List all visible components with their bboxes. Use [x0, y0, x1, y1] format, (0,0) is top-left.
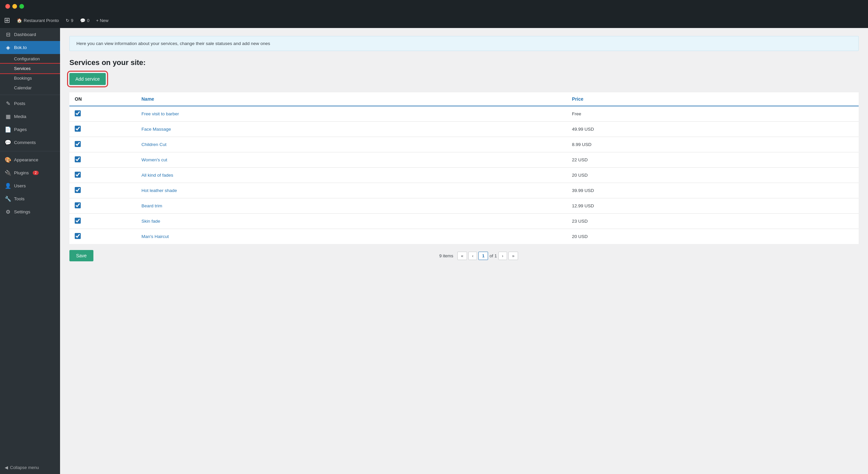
table-cell-on	[69, 183, 136, 198]
maximize-button[interactable]	[19, 4, 24, 9]
table-cell-price: 12.99 USD	[567, 198, 859, 214]
table-row: Children Cut8.99 USD	[69, 137, 859, 153]
sidebar-item-users[interactable]: 👤 Users	[0, 179, 60, 192]
sidebar-divider-2	[0, 151, 60, 151]
sidebar-label-services: Services	[14, 66, 31, 71]
table-cell-name: Skin fade	[136, 214, 567, 229]
sidebar-item-posts[interactable]: ✎ Posts	[0, 97, 60, 110]
service-checkbox-4[interactable]	[75, 172, 81, 178]
table-row: Face Massage49.99 USD	[69, 122, 859, 137]
comments-icon: 💬	[80, 18, 85, 23]
sidebar-label-pages: Pages	[14, 127, 27, 132]
adminbar-comments[interactable]: 💬 0	[80, 18, 89, 23]
adminbar-updates[interactable]: ↻ 9	[66, 18, 73, 23]
main-layout: ⊟ Dashboard ◈ Bok.to Configuration Servi…	[0, 28, 868, 474]
pagination-first-button[interactable]: «	[457, 252, 467, 260]
table-cell-name: Children Cut	[136, 137, 567, 153]
table-cell-on	[69, 214, 136, 229]
service-checkbox-6[interactable]	[75, 202, 81, 208]
table-cell-on	[69, 168, 136, 183]
sidebar-label-tools: Tools	[14, 196, 25, 201]
close-button[interactable]	[5, 4, 10, 9]
table-cell-on	[69, 229, 136, 244]
table-row: Skin fade23 USD	[69, 214, 859, 229]
sidebar-item-tools[interactable]: 🔧 Tools	[0, 192, 60, 205]
table-cell-on	[69, 137, 136, 153]
table-cell-price: 20 USD	[567, 168, 859, 183]
col-header-price: Price	[567, 92, 859, 106]
table-cell-price: 23 USD	[567, 214, 859, 229]
sidebar-label-posts: Posts	[14, 101, 25, 106]
service-checkbox-7[interactable]	[75, 218, 81, 224]
collapse-label: Collapse menu	[10, 465, 39, 470]
admin-bar: ⊞ 🏠 Restaurant Pronto ↻ 9 💬 0 + New	[0, 13, 868, 28]
sidebar-label-settings: Settings	[14, 209, 30, 214]
table-cell-on	[69, 122, 136, 137]
service-checkbox-2[interactable]	[75, 141, 81, 147]
home-icon: 🏠	[17, 18, 22, 23]
service-checkbox-0[interactable]	[75, 110, 81, 116]
pages-icon: 📄	[5, 126, 11, 133]
table-cell-price: 22 USD	[567, 153, 859, 168]
add-service-button[interactable]: Add service	[69, 73, 106, 85]
table-cell-price: 49.99 USD	[567, 122, 859, 137]
collapse-icon: ◀	[5, 465, 8, 470]
table-cell-on	[69, 106, 136, 122]
table-cell-name: Women's cut	[136, 153, 567, 168]
table-cell-on	[69, 153, 136, 168]
media-icon: ▦	[5, 113, 11, 120]
sidebar-item-settings[interactable]: ⚙ Settings	[0, 205, 60, 218]
sidebar-item-media[interactable]: ▦ Media	[0, 110, 60, 123]
posts-icon: ✎	[5, 100, 11, 107]
updates-icon: ↻	[66, 18, 69, 23]
table-footer: Save 9 items « ‹ 1 of 1 › »	[69, 250, 859, 261]
pagination-next-button[interactable]: ›	[498, 252, 507, 260]
sidebar-item-dashboard[interactable]: ⊟ Dashboard	[0, 28, 60, 41]
table-row: All kind of fades20 USD	[69, 168, 859, 183]
service-checkbox-3[interactable]	[75, 156, 81, 162]
adminbar-site[interactable]: 🏠 Restaurant Pronto	[17, 18, 59, 23]
table-cell-name: Hot leather shade	[136, 183, 567, 198]
service-checkbox-8[interactable]	[75, 233, 81, 239]
sidebar-label-comments: Comments	[14, 140, 36, 145]
table-cell-name: Free visit to barber	[136, 106, 567, 122]
wp-logo-icon[interactable]: ⊞	[4, 16, 10, 25]
bokto-icon: ◈	[5, 44, 11, 51]
sidebar-item-bokto[interactable]: ◈ Bok.to	[0, 41, 60, 54]
table-cell-price: 8.99 USD	[567, 137, 859, 153]
table-row: Women's cut22 USD	[69, 153, 859, 168]
sidebar-label-media: Media	[14, 114, 26, 119]
sidebar-label-dashboard: Dashboard	[14, 32, 36, 37]
sidebar-label-configuration: Configuration	[14, 56, 40, 61]
col-header-name: Name	[136, 92, 567, 106]
table-cell-price: 39.99 USD	[567, 183, 859, 198]
table-row: Hot leather shade39.99 USD	[69, 183, 859, 198]
sidebar-sub-configuration[interactable]: Configuration	[0, 54, 60, 64]
settings-icon: ⚙	[5, 209, 11, 215]
main-content: Here you can view information about your…	[60, 28, 868, 474]
comments-sidebar-icon: 💬	[5, 139, 11, 146]
pagination: 9 items « ‹ 1 of 1 › »	[439, 252, 518, 260]
sidebar-sub-services[interactable]: Services	[0, 64, 60, 73]
pagination-prev-button[interactable]: ‹	[468, 252, 477, 260]
sidebar: ⊟ Dashboard ◈ Bok.to Configuration Servi…	[0, 28, 60, 474]
sidebar-item-pages[interactable]: 📄 Pages	[0, 123, 60, 136]
sidebar-sub-bookings[interactable]: Bookings	[0, 73, 60, 83]
sidebar-item-comments[interactable]: 💬 Comments	[0, 136, 60, 149]
adminbar-new[interactable]: + New	[96, 18, 108, 23]
service-checkbox-1[interactable]	[75, 126, 81, 132]
table-cell-name: Face Massage	[136, 122, 567, 137]
sidebar-item-appearance[interactable]: 🎨 Appearance	[0, 153, 60, 166]
dashboard-icon: ⊟	[5, 31, 11, 38]
save-button[interactable]: Save	[69, 250, 93, 261]
pagination-last-button[interactable]: »	[508, 252, 518, 260]
collapse-menu-button[interactable]: ◀ Collapse menu	[0, 461, 60, 474]
pagination-items-label: 9 items	[439, 253, 453, 258]
service-checkbox-5[interactable]	[75, 187, 81, 193]
table-header-row: ON Name Price	[69, 92, 859, 106]
table-cell-price: Free	[567, 106, 859, 122]
users-icon: 👤	[5, 183, 11, 189]
minimize-button[interactable]	[12, 4, 17, 9]
sidebar-item-plugins[interactable]: 🔌 Plugins 2	[0, 166, 60, 179]
sidebar-sub-calendar[interactable]: Calendar	[0, 83, 60, 93]
